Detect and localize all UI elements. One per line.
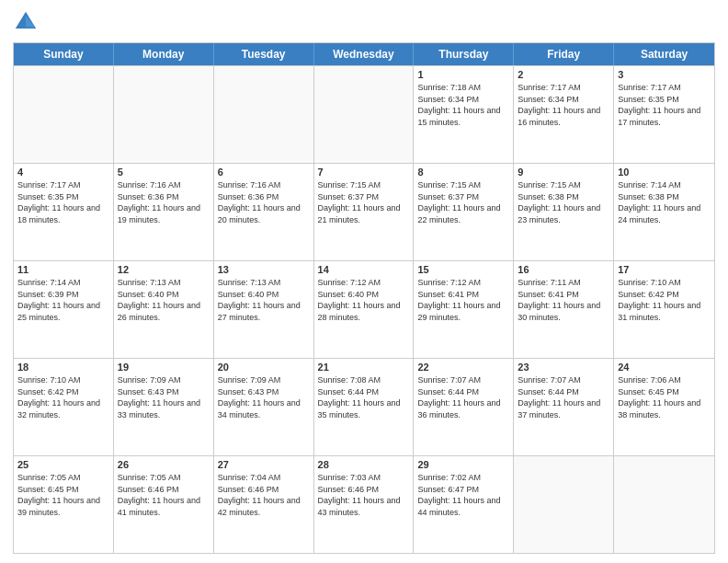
calendar-cell: 21Sunrise: 7:08 AM Sunset: 6:44 PM Dayli… — [314, 359, 415, 455]
calendar-cell: 7Sunrise: 7:15 AM Sunset: 6:37 PM Daylig… — [314, 164, 415, 260]
calendar-row: 1Sunrise: 7:18 AM Sunset: 6:34 PM Daylig… — [14, 65, 714, 163]
day-number: 5 — [118, 167, 210, 178]
calendar-cell: 29Sunrise: 7:02 AM Sunset: 6:47 PM Dayli… — [414, 456, 514, 553]
calendar-cell: 18Sunrise: 7:10 AM Sunset: 6:42 PM Dayli… — [14, 359, 114, 455]
calendar-cell: 2Sunrise: 7:17 AM Sunset: 6:34 PM Daylig… — [514, 66, 614, 163]
calendar-cell: 11Sunrise: 7:14 AM Sunset: 6:39 PM Dayli… — [14, 261, 114, 358]
page: SundayMondayTuesdayWednesdayThursdayFrid… — [0, 0, 728, 563]
day-info: Sunrise: 7:17 AM Sunset: 6:35 PM Dayligh… — [618, 82, 711, 128]
day-number: 21 — [318, 362, 410, 373]
calendar-row: 4Sunrise: 7:17 AM Sunset: 6:35 PM Daylig… — [14, 163, 714, 260]
calendar: SundayMondayTuesdayWednesdayThursdayFrid… — [13, 42, 715, 554]
calendar-cell: 28Sunrise: 7:03 AM Sunset: 6:46 PM Dayli… — [314, 456, 415, 553]
day-info: Sunrise: 7:13 AM Sunset: 6:40 PM Dayligh… — [218, 277, 310, 323]
calendar-cell: 10Sunrise: 7:14 AM Sunset: 6:38 PM Dayli… — [614, 164, 714, 260]
day-info: Sunrise: 7:10 AM Sunset: 6:42 PM Dayligh… — [17, 374, 109, 420]
day-info: Sunrise: 7:03 AM Sunset: 6:46 PM Dayligh… — [318, 472, 410, 518]
day-number: 19 — [118, 362, 210, 373]
calendar-cell: 6Sunrise: 7:16 AM Sunset: 6:36 PM Daylig… — [214, 164, 314, 260]
calendar-cell — [214, 66, 314, 163]
calendar-cell: 5Sunrise: 7:16 AM Sunset: 6:36 PM Daylig… — [114, 164, 214, 260]
day-number: 12 — [118, 264, 210, 275]
day-of-week-header: Saturday — [614, 43, 714, 65]
calendar-cell: 25Sunrise: 7:05 AM Sunset: 6:45 PM Dayli… — [14, 456, 114, 553]
calendar-row: 11Sunrise: 7:14 AM Sunset: 6:39 PM Dayli… — [14, 260, 714, 358]
calendar-cell: 15Sunrise: 7:12 AM Sunset: 6:41 PM Dayli… — [414, 261, 514, 358]
calendar-cell — [114, 66, 214, 163]
day-info: Sunrise: 7:09 AM Sunset: 6:43 PM Dayligh… — [118, 374, 210, 420]
day-of-week-header: Thursday — [414, 43, 514, 65]
calendar-cell: 9Sunrise: 7:15 AM Sunset: 6:38 PM Daylig… — [514, 164, 614, 260]
day-info: Sunrise: 7:09 AM Sunset: 6:43 PM Dayligh… — [218, 374, 310, 420]
day-number: 15 — [417, 264, 509, 275]
day-info: Sunrise: 7:02 AM Sunset: 6:47 PM Dayligh… — [417, 472, 509, 518]
calendar-cell: 22Sunrise: 7:07 AM Sunset: 6:44 PM Dayli… — [414, 359, 514, 455]
calendar-cell — [14, 66, 114, 163]
calendar-cell: 24Sunrise: 7:06 AM Sunset: 6:45 PM Dayli… — [614, 359, 714, 455]
day-number: 20 — [218, 362, 310, 373]
day-info: Sunrise: 7:06 AM Sunset: 6:45 PM Dayligh… — [618, 374, 711, 420]
day-info: Sunrise: 7:13 AM Sunset: 6:40 PM Dayligh… — [118, 277, 210, 323]
day-number: 22 — [417, 362, 509, 373]
day-info: Sunrise: 7:14 AM Sunset: 6:38 PM Dayligh… — [618, 179, 711, 225]
day-of-week-header: Friday — [514, 43, 614, 65]
calendar-cell: 23Sunrise: 7:07 AM Sunset: 6:44 PM Dayli… — [514, 359, 614, 455]
day-number: 25 — [17, 459, 109, 470]
day-number: 27 — [218, 459, 310, 470]
day-info: Sunrise: 7:10 AM Sunset: 6:42 PM Dayligh… — [618, 277, 711, 323]
day-info: Sunrise: 7:16 AM Sunset: 6:36 PM Dayligh… — [218, 179, 310, 225]
calendar-cell: 4Sunrise: 7:17 AM Sunset: 6:35 PM Daylig… — [14, 164, 114, 260]
day-number: 11 — [17, 264, 109, 275]
day-number: 1 — [417, 69, 509, 80]
calendar-cell: 8Sunrise: 7:15 AM Sunset: 6:37 PM Daylig… — [414, 164, 514, 260]
calendar-cell: 19Sunrise: 7:09 AM Sunset: 6:43 PM Dayli… — [114, 359, 214, 455]
day-info: Sunrise: 7:07 AM Sunset: 6:44 PM Dayligh… — [518, 374, 609, 420]
day-info: Sunrise: 7:12 AM Sunset: 6:40 PM Dayligh… — [318, 277, 410, 323]
calendar-body: 1Sunrise: 7:18 AM Sunset: 6:34 PM Daylig… — [14, 65, 714, 553]
day-info: Sunrise: 7:11 AM Sunset: 6:41 PM Dayligh… — [518, 277, 609, 323]
day-number: 18 — [17, 362, 109, 373]
day-number: 6 — [218, 167, 310, 178]
day-number: 24 — [618, 362, 711, 373]
day-info: Sunrise: 7:04 AM Sunset: 6:46 PM Dayligh… — [218, 472, 310, 518]
day-info: Sunrise: 7:17 AM Sunset: 6:34 PM Dayligh… — [518, 82, 609, 128]
day-number: 8 — [417, 167, 509, 178]
day-number: 7 — [318, 167, 410, 178]
header — [13, 9, 715, 35]
calendar-row: 25Sunrise: 7:05 AM Sunset: 6:45 PM Dayli… — [14, 455, 714, 553]
calendar-cell — [314, 66, 415, 163]
logo — [13, 9, 42, 35]
calendar-cell: 14Sunrise: 7:12 AM Sunset: 6:40 PM Dayli… — [314, 261, 415, 358]
day-info: Sunrise: 7:17 AM Sunset: 6:35 PM Dayligh… — [17, 179, 109, 225]
day-number: 17 — [618, 264, 711, 275]
logo-icon — [13, 9, 39, 35]
calendar-cell: 12Sunrise: 7:13 AM Sunset: 6:40 PM Dayli… — [114, 261, 214, 358]
day-of-week-header: Wednesday — [314, 43, 415, 65]
day-info: Sunrise: 7:12 AM Sunset: 6:41 PM Dayligh… — [417, 277, 509, 323]
calendar-cell — [514, 456, 614, 553]
calendar-cell: 26Sunrise: 7:05 AM Sunset: 6:46 PM Dayli… — [114, 456, 214, 553]
calendar-cell: 17Sunrise: 7:10 AM Sunset: 6:42 PM Dayli… — [614, 261, 714, 358]
day-number: 4 — [17, 167, 109, 178]
day-number: 26 — [118, 459, 210, 470]
day-number: 10 — [618, 167, 711, 178]
calendar-header: SundayMondayTuesdayWednesdayThursdayFrid… — [14, 43, 714, 65]
calendar-cell: 20Sunrise: 7:09 AM Sunset: 6:43 PM Dayli… — [214, 359, 314, 455]
day-info: Sunrise: 7:14 AM Sunset: 6:39 PM Dayligh… — [17, 277, 109, 323]
calendar-row: 18Sunrise: 7:10 AM Sunset: 6:42 PM Dayli… — [14, 358, 714, 455]
day-number: 23 — [518, 362, 609, 373]
day-number: 28 — [318, 459, 410, 470]
day-info: Sunrise: 7:18 AM Sunset: 6:34 PM Dayligh… — [417, 82, 509, 128]
calendar-cell: 1Sunrise: 7:18 AM Sunset: 6:34 PM Daylig… — [414, 66, 514, 163]
day-of-week-header: Sunday — [14, 43, 114, 65]
day-number: 2 — [518, 69, 609, 80]
day-of-week-header: Monday — [114, 43, 214, 65]
day-info: Sunrise: 7:08 AM Sunset: 6:44 PM Dayligh… — [318, 374, 410, 420]
day-info: Sunrise: 7:15 AM Sunset: 6:38 PM Dayligh… — [518, 179, 609, 225]
day-number: 9 — [518, 167, 609, 178]
day-info: Sunrise: 7:07 AM Sunset: 6:44 PM Dayligh… — [417, 374, 509, 420]
calendar-cell: 3Sunrise: 7:17 AM Sunset: 6:35 PM Daylig… — [614, 66, 714, 163]
day-info: Sunrise: 7:05 AM Sunset: 6:46 PM Dayligh… — [118, 472, 210, 518]
day-info: Sunrise: 7:05 AM Sunset: 6:45 PM Dayligh… — [17, 472, 109, 518]
day-number: 29 — [417, 459, 509, 470]
